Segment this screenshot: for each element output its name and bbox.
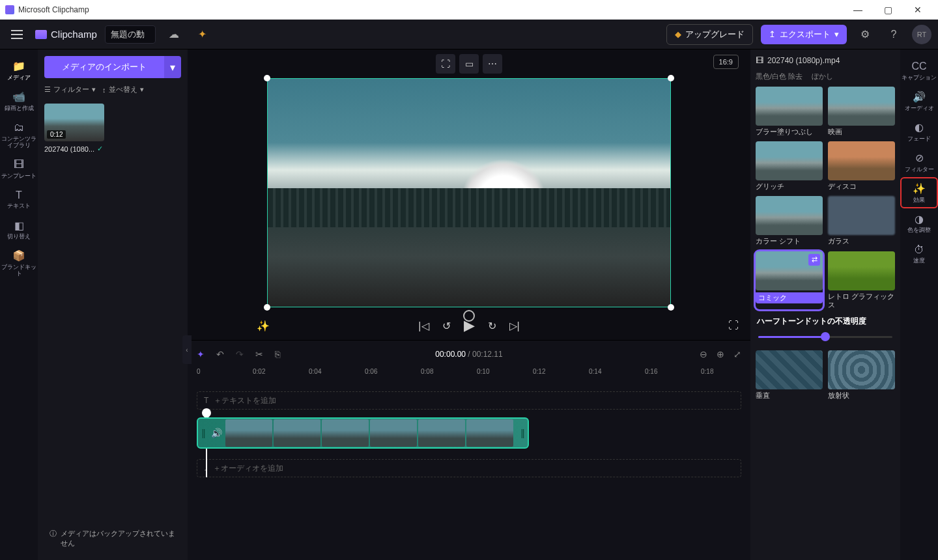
backup-message: ⓘ メディアはバックアップされていません bbox=[44, 524, 181, 553]
brand-label: Clipchamp bbox=[51, 29, 97, 40]
skip-end-icon[interactable]: ▷| bbox=[509, 320, 520, 332]
menu-button[interactable] bbox=[7, 24, 27, 45]
brand-icon bbox=[35, 30, 47, 39]
effect-ガラス[interactable]: ガラス bbox=[828, 196, 895, 245]
effects-panel: 🎞 202740 (1080p).mp4 黒色/白色 除去 ぼかし ブラー塗りつ… bbox=[750, 49, 900, 560]
right-rail: CCキャプション🔊オーディオ◐フェード⊘フィルター✨効果◑色を調整⏱速度 bbox=[900, 49, 938, 560]
rail-adjust-color[interactable]: ◑色を調整 bbox=[902, 208, 937, 238]
time-display: 00:00.00 / 00:12.11 bbox=[435, 350, 502, 359]
effects-header: 🎞 202740 (1080p).mp4 bbox=[756, 56, 895, 65]
media-panel: メディアのインポート ▾ ☰ フィルター ▾ ↕ 並べ替え ▾ 0:12 202… bbox=[38, 49, 188, 560]
left-rail: 📁メディア📹録画と作成🗂コンテンツライブラリ🎞テンプレートTテキスト◧切り替え📦… bbox=[0, 49, 38, 560]
aspect-ratio[interactable]: 16:9 bbox=[713, 55, 739, 69]
rail-filters[interactable]: ⊘フィルター bbox=[902, 148, 937, 177]
tick: 0:12 bbox=[533, 368, 545, 375]
rewind-icon[interactable]: ↺ bbox=[442, 320, 451, 332]
magnet-icon[interactable]: ✦ bbox=[197, 349, 205, 359]
tick: 0:08 bbox=[421, 368, 433, 375]
text-track[interactable]: T ＋テキストを追加 bbox=[197, 391, 741, 410]
effect-垂直[interactable]: 垂直 bbox=[756, 350, 823, 400]
resize-handle-tr[interactable] bbox=[668, 75, 674, 81]
opacity-slider[interactable] bbox=[758, 332, 892, 341]
project-name-input[interactable]: 無題の動 bbox=[105, 25, 156, 44]
clip-handle-left[interactable]: ‖ bbox=[198, 428, 208, 438]
tick: 0:04 bbox=[309, 368, 321, 375]
split-icon[interactable]: ✂ bbox=[255, 349, 263, 359]
tick: 0 bbox=[197, 368, 201, 375]
tick: 0:18 bbox=[701, 368, 713, 375]
rail-media[interactable]: 📁メディア bbox=[1, 56, 36, 85]
resize-handle-tl[interactable] bbox=[264, 75, 270, 81]
preview-canvas[interactable] bbox=[267, 78, 671, 307]
brand: Clipchamp bbox=[35, 29, 97, 40]
appbar: Clipchamp 無題の動 ☁ ✦ ◆アップグレード ↥エクスポート▾ ⚙ ?… bbox=[0, 20, 938, 49]
effect-ディスコ[interactable]: ディスコ bbox=[828, 141, 895, 191]
more-icon[interactable]: ⋯ bbox=[483, 54, 502, 74]
rail-content-library[interactable]: 🗂コンテンツライブラリ bbox=[1, 117, 36, 153]
close-button[interactable]: ✕ bbox=[903, 0, 933, 20]
sort-button[interactable]: ↕ 並べ替え ▾ bbox=[102, 85, 144, 94]
video-track[interactable]: ‖ 🔊 ‖ bbox=[197, 417, 741, 449]
tab-blur[interactable]: ぼかし bbox=[812, 72, 833, 81]
fit-icon[interactable]: ▭ bbox=[459, 54, 479, 74]
effect-放射状[interactable]: 放射状 bbox=[828, 350, 895, 400]
effect-コミック[interactable]: コミック bbox=[756, 251, 823, 309]
clip-duration: 0:12 bbox=[47, 130, 66, 139]
ruler[interactable]: 00:020:040:060:080:100:120:140:160:18 bbox=[197, 368, 741, 381]
rail-captions[interactable]: CCキャプション bbox=[902, 56, 937, 85]
clip-name: 202740 (1080... bbox=[44, 145, 94, 153]
resize-handle-bl[interactable] bbox=[264, 304, 270, 311]
cloud-sync-icon[interactable]: ☁ bbox=[163, 24, 184, 45]
crop-icon[interactable]: ⛶ bbox=[436, 54, 455, 74]
import-media-button[interactable]: メディアのインポート bbox=[44, 56, 164, 78]
filter-button[interactable]: ☰ フィルター ▾ bbox=[44, 85, 96, 94]
effect-カラー シフト[interactable]: カラー シフト bbox=[756, 196, 823, 245]
settings-icon[interactable]: ⚙ bbox=[855, 24, 875, 45]
slider-label: ハーフトーンドットの不透明度 bbox=[757, 316, 894, 327]
rail-effects[interactable]: ✨効果 bbox=[902, 178, 937, 208]
clip-handle-right[interactable]: ‖ bbox=[517, 428, 528, 438]
zoom-out-icon[interactable]: ⊖ bbox=[700, 349, 707, 359]
rail-fade[interactable]: ◐フェード bbox=[902, 117, 937, 147]
rail-brand-kit[interactable]: 📦ブランドキット bbox=[1, 245, 36, 281]
rail-audio[interactable]: 🔊オーディオ bbox=[902, 87, 937, 116]
export-button[interactable]: ↥エクスポート▾ bbox=[761, 25, 847, 44]
zoom-fit-icon[interactable]: ⤢ bbox=[733, 349, 741, 359]
rail-record[interactable]: 📹録画と作成 bbox=[1, 87, 36, 116]
rail-speed[interactable]: ⏱速度 bbox=[902, 239, 937, 268]
rail-transitions[interactable]: ◧切り替え bbox=[1, 215, 36, 244]
rail-text[interactable]: Tテキスト bbox=[1, 184, 36, 214]
zoom-in-icon[interactable]: ⊕ bbox=[717, 349, 724, 359]
skip-start-icon[interactable]: |◁ bbox=[418, 320, 429, 332]
fullscreen-icon[interactable]: ⛶ bbox=[728, 320, 739, 331]
media-clip[interactable]: 0:12 202740 (1080...✓ bbox=[44, 104, 104, 153]
center-area: ‹ ⛶ ▭ ⋯ 16:9 ✨ |◁ ↺ ▶ ↻ ▷| ⛶ bbox=[188, 49, 750, 560]
clone-icon[interactable]: ⎘ bbox=[275, 349, 280, 359]
resize-handle-br[interactable] bbox=[668, 304, 674, 311]
import-dropdown[interactable]: ▾ bbox=[164, 56, 181, 78]
rail-templates[interactable]: 🎞テンプレート bbox=[1, 154, 36, 184]
sparkle-icon[interactable]: ✦ bbox=[192, 24, 213, 45]
redo-icon[interactable]: ↷ bbox=[236, 349, 244, 359]
tick: 0:16 bbox=[645, 368, 657, 375]
play-button[interactable]: ▶ bbox=[464, 317, 475, 334]
app-icon bbox=[5, 5, 14, 14]
effect-ブラー塗りつぶし[interactable]: ブラー塗りつぶし bbox=[756, 87, 823, 136]
tick: 0:06 bbox=[365, 368, 377, 375]
tab-bw-remove[interactable]: 黒色/白色 除去 bbox=[756, 72, 803, 81]
minimize-button[interactable]: ― bbox=[843, 0, 873, 20]
forward-icon[interactable]: ↻ bbox=[488, 320, 496, 332]
video-clip[interactable]: ‖ 🔊 ‖ bbox=[197, 417, 529, 449]
titlebar: Microsoft Clipchamp ― ▢ ✕ bbox=[0, 0, 938, 20]
effect-レトロ グラフィックス[interactable]: レトロ グラフィックス bbox=[828, 251, 895, 309]
maximize-button[interactable]: ▢ bbox=[873, 0, 903, 20]
tick: 0:02 bbox=[253, 368, 265, 375]
avatar[interactable]: RT bbox=[912, 25, 931, 44]
effect-映画[interactable]: 映画 bbox=[828, 87, 895, 136]
upgrade-button[interactable]: ◆アップグレード bbox=[666, 24, 753, 45]
audio-track[interactable]: ♪ ＋オーディオを追加 bbox=[197, 459, 741, 477]
undo-icon[interactable]: ↶ bbox=[216, 349, 224, 359]
ai-sparkle-icon[interactable]: ✨ bbox=[257, 320, 270, 332]
effect-グリッチ[interactable]: グリッチ bbox=[756, 141, 823, 191]
help-icon[interactable]: ? bbox=[883, 24, 904, 45]
